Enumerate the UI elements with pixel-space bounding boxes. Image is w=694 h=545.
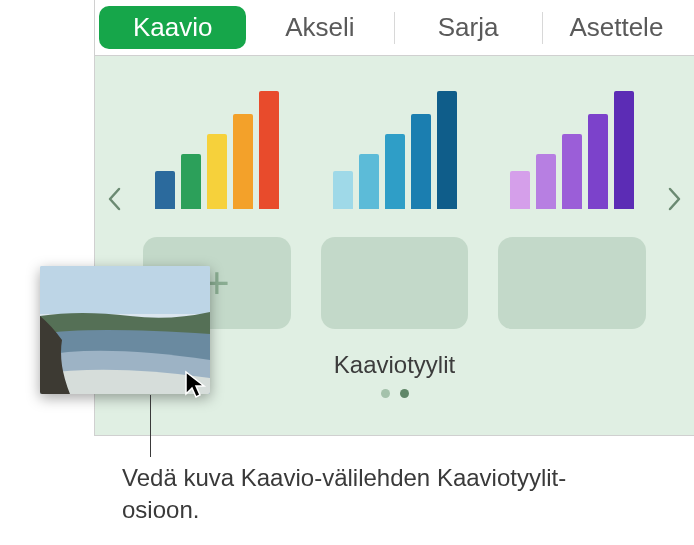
tabs-row: Kaavio Akseli Sarja Asettele xyxy=(95,0,694,56)
styles-prev-arrow[interactable] xyxy=(107,186,121,218)
chart-style-thumbnails xyxy=(143,84,646,209)
chart-bar xyxy=(259,91,279,209)
tab-chart[interactable]: Kaavio xyxy=(99,6,246,49)
chart-bar xyxy=(385,134,405,209)
tab-series[interactable]: Sarja xyxy=(395,12,542,43)
chart-bar xyxy=(359,154,379,209)
coastal-photo-icon xyxy=(40,266,210,394)
chart-bar xyxy=(181,154,201,209)
chart-bar xyxy=(437,91,457,209)
chevron-left-icon xyxy=(107,187,121,211)
chart-style-thumb-3[interactable] xyxy=(498,84,646,209)
chart-bar xyxy=(510,171,530,209)
styles-next-arrow[interactable] xyxy=(668,186,682,218)
custom-style-slots: + xyxy=(143,237,646,329)
chart-bar xyxy=(333,171,353,209)
pager-dot-active[interactable] xyxy=(400,389,409,398)
chevron-right-icon xyxy=(668,187,682,211)
empty-style-slot[interactable] xyxy=(498,237,646,329)
chart-bar xyxy=(588,114,608,209)
chart-bar xyxy=(411,114,431,209)
chart-bar xyxy=(233,114,253,209)
pager-dot[interactable] xyxy=(381,389,390,398)
svg-rect-0 xyxy=(40,266,210,316)
tab-arrange[interactable]: Asettele xyxy=(543,12,690,43)
chart-style-thumb-2[interactable] xyxy=(321,84,469,209)
empty-style-slot[interactable] xyxy=(321,237,469,329)
chart-bar xyxy=(536,154,556,209)
chart-style-thumb-1[interactable] xyxy=(143,84,291,209)
dragged-image-thumbnail[interactable] xyxy=(40,266,210,394)
chart-bar xyxy=(614,91,634,209)
callout-line xyxy=(150,395,151,457)
tab-axis[interactable]: Akseli xyxy=(246,12,393,43)
chart-bar xyxy=(207,134,227,209)
chart-bar xyxy=(155,171,175,209)
callout-caption: Vedä kuva Kaavio-välilehden Kaaviotyylit… xyxy=(122,462,602,527)
chart-bar xyxy=(562,134,582,209)
